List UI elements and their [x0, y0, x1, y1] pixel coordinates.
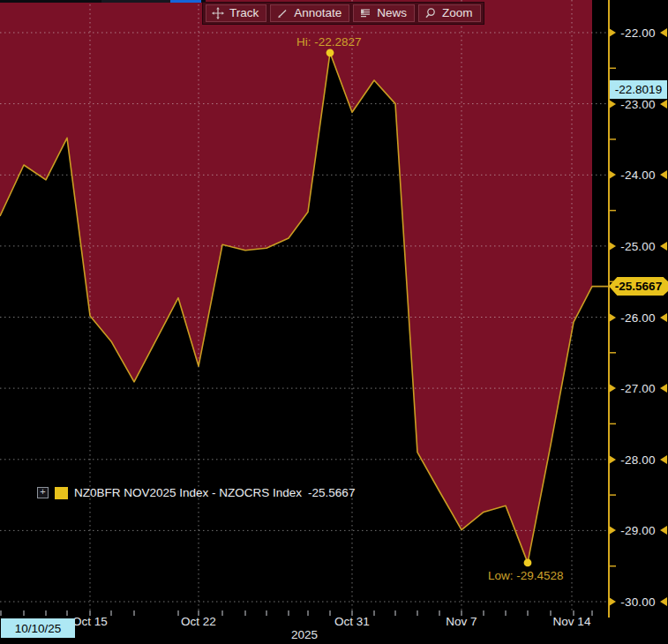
y-axis-tick-label: -23.00 — [620, 98, 655, 111]
start-date-tag: 10/10/25 — [1, 618, 75, 638]
y-axis-tick-label: -24.00 — [620, 168, 655, 182]
y-axis-tick-label: -29.00 — [620, 524, 655, 537]
annotate-button-label: Annotate — [294, 6, 342, 19]
panel-top-strip-segment — [101, 0, 170, 3]
y-axis-label-row: -29.00 — [609, 522, 667, 538]
x-axis-tick-label: Nov 7 — [446, 615, 477, 628]
chart-toolbar: Track Annotate News — [202, 2, 484, 25]
axis-tick-arrow-left-icon — [660, 526, 667, 535]
zoom-button[interactable]: Zoom — [418, 4, 481, 22]
axis-tick-arrow-left-icon — [660, 242, 667, 251]
y-axis-tick-label: -26.00 — [620, 311, 655, 325]
axis-tick-arrow-right-icon — [609, 526, 616, 535]
y-axis-tick-label: -28.00 — [620, 453, 655, 467]
track-button-label: Track — [229, 6, 259, 19]
y-axis-tick-label: -30.00 — [620, 595, 655, 609]
area-fill-above-line — [0, 0, 592, 563]
y-axis-tick-label: -27.00 — [620, 382, 655, 395]
x-axis-tick-label: Oct 15 — [72, 615, 108, 628]
y-axis-label-row: -30.00 — [609, 594, 667, 610]
axis-tick-arrow-right-icon — [609, 455, 616, 464]
chart-legend[interactable]: + NZ0BFR NOV2025 Index - NZOCRS Index -2… — [37, 486, 355, 499]
track-button[interactable]: Track — [206, 4, 266, 22]
legend-expand-icon[interactable]: + — [37, 487, 49, 498]
last-price-tag: -25.5667 — [609, 276, 668, 296]
axis-tick-arrow-right-icon — [609, 170, 616, 179]
high-marker-dot — [326, 49, 334, 56]
y-axis-label-row: -26.00 — [609, 310, 667, 326]
track-icon — [212, 7, 224, 19]
legend-last-value: -25.5667 — [308, 486, 355, 499]
axis-tick-arrow-left-icon — [660, 170, 667, 179]
axis-tick-arrow-right-icon — [609, 384, 616, 393]
annotate-icon — [276, 7, 289, 19]
high-annotation: Hi: -22.2827 — [296, 35, 362, 49]
x-axis-tick-label: Nov 14 — [553, 615, 591, 628]
x-axis-tick-label: Oct 31 — [334, 615, 370, 628]
legend-series-label: NZ0BFR NOV2025 Index - NZOCRS Index — [74, 486, 302, 499]
annotate-button[interactable]: Annotate — [270, 4, 349, 22]
axis-tick-arrow-left-icon — [660, 384, 667, 393]
low-marker-dot — [524, 559, 532, 567]
news-button[interactable]: News — [353, 4, 415, 22]
y-axis-tick-label: -25.00 — [620, 240, 655, 253]
axis-tick-arrow-right-icon — [609, 242, 616, 251]
panel-scroll-indicator[interactable] — [170, 0, 201, 3]
y-axis-label-row: -28.00 — [609, 452, 667, 468]
y-axis-tick-label: -22.00 — [620, 26, 655, 40]
y-axis-label-row: -25.00 — [609, 238, 667, 254]
axis-tick-arrow-right-icon — [609, 597, 616, 606]
axis-tick-arrow-right-icon — [609, 28, 616, 37]
series-swatch-icon — [55, 487, 68, 499]
zoom-icon — [424, 7, 437, 19]
axis-tick-arrow-left-icon — [660, 313, 667, 322]
axis-tick-arrow-left-icon — [660, 455, 667, 464]
spread-area-chart[interactable] — [0, 0, 668, 644]
news-button-label: News — [377, 6, 407, 19]
news-icon — [359, 7, 372, 19]
y-axis-label-row: -22.00 — [609, 25, 667, 41]
low-annotation: Low: -29.4528 — [488, 569, 564, 582]
x-axis-tick-label: Oct 22 — [181, 615, 216, 628]
y-axis-label-row: -27.00 — [609, 380, 667, 396]
axis-tick-arrow-left-icon — [660, 100, 667, 109]
axis-tick-arrow-right-icon — [609, 313, 616, 322]
tracked-price-tag: -22.8019 — [610, 80, 667, 99]
axis-tick-arrow-left-icon — [660, 597, 667, 606]
y-axis-label-row: -24.00 — [609, 167, 667, 183]
axis-tick-arrow-left-icon — [660, 28, 667, 37]
zoom-button-label: Zoom — [442, 6, 473, 19]
chart-window: Track Annotate News — [0, 0, 668, 644]
axis-tick-arrow-right-icon — [609, 100, 616, 109]
x-axis-year-label: 2025 — [291, 628, 318, 641]
